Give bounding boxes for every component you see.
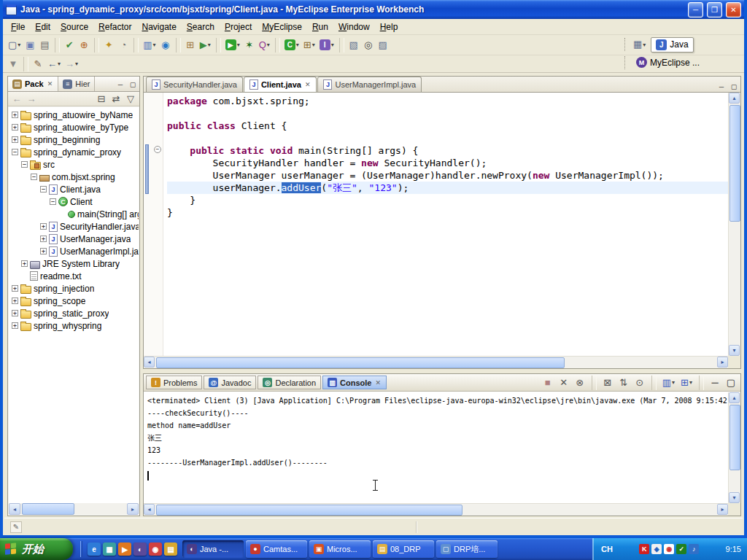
console-hscrollbar[interactable]: ◂ ▸ bbox=[144, 503, 728, 516]
console-output[interactable]: <terminated> Client (3) [Java Applicatio… bbox=[144, 392, 727, 502]
minimize-view-icon[interactable]: ─ bbox=[115, 79, 126, 90]
external-tools-button[interactable]: ▶▾ bbox=[198, 37, 213, 53]
internet-explorer-icon[interactable]: e bbox=[88, 542, 101, 556]
media-player-icon[interactable]: ▶ bbox=[118, 542, 131, 556]
tree-item-src[interactable]: −src bbox=[9, 158, 139, 171]
editor-hscrollbar[interactable]: ◂ ▸ bbox=[144, 356, 728, 368]
annotations-button[interactable]: ▨ bbox=[376, 37, 390, 53]
tree-item-client[interactable]: −CClient bbox=[9, 195, 139, 208]
code-line[interactable]: } bbox=[167, 194, 728, 206]
scroll-thumb[interactable] bbox=[729, 105, 740, 222]
editor-tab-usermanagerimpl-java[interactable]: JUserManagerImpl.java bbox=[317, 77, 422, 92]
console-tab-console[interactable]: ▥Console✕ bbox=[322, 376, 387, 389]
antivirus-icon[interactable]: K bbox=[639, 544, 649, 554]
code-line[interactable] bbox=[167, 107, 728, 120]
restore-window-button[interactable]: ❐ bbox=[707, 2, 722, 18]
console-tab-javadoc[interactable]: @Javadoc bbox=[204, 376, 256, 389]
tree-item-spring-scope[interactable]: +spring_scope bbox=[9, 295, 139, 307]
close-window-button[interactable]: ✕ bbox=[726, 2, 741, 18]
open-perspective-button[interactable]: ▦ ▾ bbox=[631, 36, 648, 52]
tree-item-usermanagerimpl-java[interactable]: +JUserManagerImpl.java bbox=[9, 245, 139, 257]
scroll-lock-icon[interactable]: ⇅ bbox=[616, 375, 631, 391]
menu-item-myeclipse[interactable]: MyEclipse bbox=[257, 20, 307, 34]
menu-item-refactor[interactable]: Refactor bbox=[93, 20, 136, 34]
display-selected-console-icon[interactable]: ▥▾ bbox=[660, 375, 677, 391]
editor-gutter[interactable]: − bbox=[144, 93, 163, 356]
web-browser-button[interactable]: ◉ bbox=[158, 37, 173, 53]
pin-console-icon[interactable]: ⊙ bbox=[632, 375, 647, 391]
editor-tab-client-java[interactable]: JClient.java✕ bbox=[244, 77, 317, 92]
tree-item-spring-atuowire-bytype[interactable]: +spring_atuowire_byType bbox=[9, 121, 139, 133]
database-explorer-button[interactable]: ▥▾ bbox=[141, 37, 158, 53]
collapse-all-icon[interactable]: ⊟ bbox=[94, 91, 109, 107]
editor-tab-securityhandler-java[interactable]: JSecurityHandler.java bbox=[146, 77, 243, 92]
code-area[interactable]: package com.bjsxt.spring;public class Cl… bbox=[163, 93, 728, 356]
package-explorer-hscrollbar[interactable]: ◂ ▸ bbox=[9, 503, 139, 515]
minimize-window-button[interactable]: ─ bbox=[688, 2, 703, 18]
watch-button[interactable]: ◔ bbox=[116, 37, 131, 53]
code-line[interactable]: SecurityHandler handler = new SecurityHa… bbox=[167, 157, 728, 169]
security-center-icon[interactable]: ✓ bbox=[676, 544, 686, 554]
task-button-micros[interactable]: ▣Micros... bbox=[309, 540, 371, 558]
java-perspective-button[interactable]: J Java bbox=[651, 37, 693, 52]
tree-item-spring-whyspring[interactable]: +spring_whyspring bbox=[9, 319, 139, 332]
language-indicator[interactable]: CH bbox=[601, 545, 613, 553]
messenger-icon[interactable]: ◉ bbox=[149, 542, 162, 556]
remove-all-launches-icon[interactable]: ⊗ bbox=[573, 375, 587, 391]
menu-item-window[interactable]: Window bbox=[333, 20, 375, 34]
menu-item-edit[interactable]: Edit bbox=[30, 20, 55, 34]
clock[interactable]: 9:15 bbox=[726, 545, 741, 553]
search-flashlight-button[interactable]: ✦ bbox=[101, 37, 116, 53]
tree-expander-icon[interactable]: − bbox=[50, 198, 56, 205]
myeclipse-perspective-button[interactable]: M MyEclipse ... bbox=[631, 55, 705, 70]
code-line[interactable]: } bbox=[167, 206, 728, 219]
tree-expander-icon[interactable]: + bbox=[12, 136, 18, 143]
open-console-icon[interactable]: ⊞▾ bbox=[678, 375, 694, 391]
task-button-java[interactable]: ◐Java -... bbox=[182, 540, 244, 558]
scroll-left-icon[interactable]: ◂ bbox=[9, 503, 20, 515]
tree-expander-icon[interactable]: + bbox=[12, 298, 18, 304]
console-tab-declaration[interactable]: ◎Declaration bbox=[258, 376, 321, 389]
eclipse-icon[interactable]: ◐ bbox=[133, 542, 147, 556]
back-icon[interactable]: ← bbox=[9, 91, 24, 107]
menu-item-search[interactable]: Search bbox=[182, 20, 220, 34]
tree-expander-icon[interactable]: + bbox=[40, 236, 47, 242]
tree-expander-icon[interactable]: + bbox=[21, 260, 28, 267]
code-line[interactable]: public static void main(String[] args) { bbox=[167, 144, 728, 157]
package-button[interactable]: ⊞ bbox=[183, 37, 198, 53]
tree-item-spring-static-proxy[interactable]: +spring_static_proxy bbox=[9, 307, 139, 319]
tree-item-spring-dynamic-proxy[interactable]: −spring_dynamic_proxy bbox=[9, 146, 139, 158]
tree-expander-icon[interactable]: + bbox=[12, 322, 18, 329]
scroll-down-icon[interactable]: ▾ bbox=[729, 492, 740, 503]
new-class-button[interactable]: C▾ bbox=[282, 37, 301, 53]
save-button[interactable]: ▣ bbox=[23, 37, 37, 53]
tree-expander-icon[interactable]: + bbox=[12, 310, 18, 316]
mark-occurrences-button[interactable]: ▼ bbox=[6, 56, 20, 72]
tree-expander-icon[interactable]: + bbox=[12, 124, 18, 131]
minimize-editor-icon[interactable]: ─ bbox=[716, 81, 727, 92]
console-tab-problems[interactable]: !Problems bbox=[146, 376, 202, 389]
tree-expander-icon[interactable]: − bbox=[31, 174, 37, 180]
tree-item-spring-beginning[interactable]: +spring_beginning bbox=[9, 133, 139, 146]
show-desktop-icon[interactable]: ▦ bbox=[103, 542, 116, 556]
menu-item-help[interactable]: Help bbox=[375, 20, 403, 34]
open-type-button[interactable]: ▧ bbox=[347, 37, 361, 53]
task-button-08-drp[interactable]: ▤08_DRP bbox=[373, 540, 434, 558]
menu-item-project[interactable]: Project bbox=[220, 20, 257, 34]
code-line[interactable]: package com.bjsxt.spring; bbox=[167, 95, 728, 107]
terminate-icon[interactable]: ■ bbox=[541, 375, 555, 391]
im-icon[interactable]: ◉ bbox=[664, 544, 674, 554]
code-line[interactable]: public class Client { bbox=[167, 120, 728, 132]
scroll-up-icon[interactable]: ▴ bbox=[729, 392, 740, 403]
tree-item-usermanager-java[interactable]: +JUserManager.java bbox=[9, 233, 139, 245]
print-button[interactable]: ▤ bbox=[37, 37, 52, 53]
search-button[interactable]: ◎ bbox=[361, 37, 376, 53]
maximize-editor-icon[interactable]: ▢ bbox=[728, 81, 740, 92]
tree-expander-icon[interactable]: + bbox=[12, 285, 18, 292]
run-button[interactable]: ▶▾ bbox=[223, 37, 242, 53]
start-button[interactable]: 开始 bbox=[0, 538, 73, 560]
scroll-thumb[interactable] bbox=[729, 405, 740, 470]
deploy-button[interactable]: ⊕ bbox=[77, 37, 91, 53]
close-tab-icon[interactable]: ✕ bbox=[304, 81, 311, 88]
tree-item-readme-txt[interactable]: readme.txt bbox=[9, 270, 139, 282]
